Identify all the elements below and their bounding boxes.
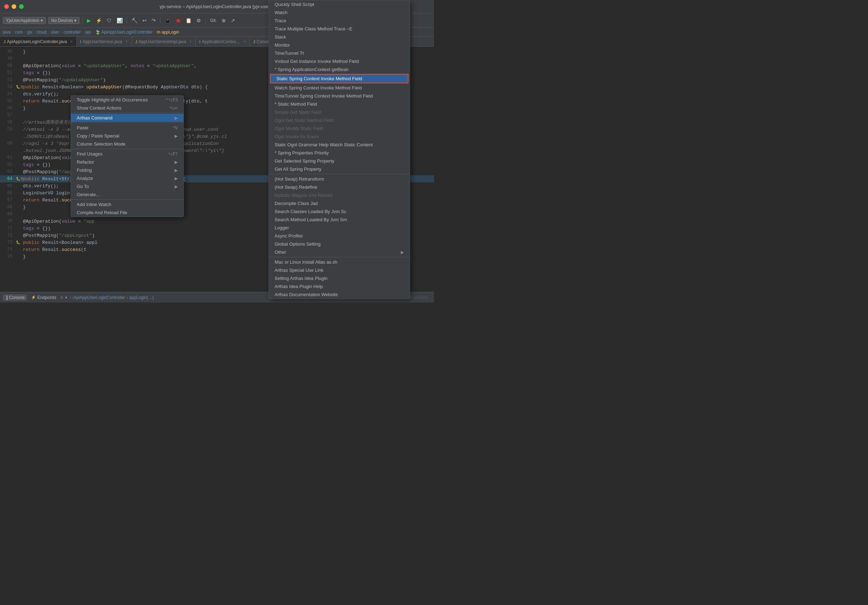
arthas-search-classes[interactable]: Search Classes Loaded By Jvm Sc bbox=[269, 208, 409, 216]
tab-applicationcontext[interactable]: I ApplicationContex… ✕ bbox=[196, 37, 250, 46]
arthas-decompile[interactable]: Decompile Class Jad bbox=[269, 199, 409, 208]
arthas-get-selected-spring[interactable]: Get Selected Spring Property bbox=[269, 157, 409, 165]
arthas-submenu: Quickly Shell Script Watch Trace Trace M… bbox=[268, 0, 410, 299]
breadcrumb-api[interactable]: api bbox=[85, 30, 91, 35]
nav-up-icon[interactable]: ≡ bbox=[60, 295, 63, 300]
arthas-hot-swap-redefine[interactable]: (Hot Swap) Redefine bbox=[269, 183, 409, 191]
toolbar-sep-1 bbox=[82, 17, 83, 24]
tab-appuserservice[interactable]: I AppUserService.java ✕ bbox=[77, 37, 132, 46]
arthas-timetunnel-spring[interactable]: TimeTunnel Spring Context Invoke Method … bbox=[269, 92, 409, 100]
build-icon[interactable]: 🔨 bbox=[130, 17, 139, 24]
ctx-generate[interactable]: Generate... bbox=[71, 191, 183, 199]
arthas-static-spring-context[interactable]: Static Spring Context Invoke Method Fiel… bbox=[270, 74, 409, 84]
analyze-icon[interactable]: 📋 bbox=[184, 17, 193, 24]
breadcrumb-com[interactable]: com bbox=[15, 30, 23, 35]
arthas-doc-website[interactable]: Arthas Documentation Website bbox=[269, 290, 409, 299]
devices-dropdown[interactable]: No Devices ▾ bbox=[48, 17, 79, 24]
arthas-trace[interactable]: Trace bbox=[269, 17, 409, 25]
arthas-search-method[interactable]: Search Method Loaded By Jvm Sm bbox=[269, 216, 409, 224]
arthas-spring-appctx[interactable]: * Spring ApplicationContext getBean bbox=[269, 65, 409, 73]
tab-close-4-icon[interactable]: ✕ bbox=[243, 40, 246, 43]
app-dropdown[interactable]: YjxUserAppliction ▾ bbox=[3, 17, 46, 24]
arthas-other[interactable]: Other ▶ bbox=[269, 248, 409, 256]
arthas-async-profiler[interactable]: Async Profiler bbox=[269, 232, 409, 240]
arthas-stack[interactable]: Stack bbox=[269, 33, 409, 41]
tab-close-icon[interactable]: ✕ bbox=[70, 40, 73, 43]
arthas-hot-swap-retransform[interactable]: (Hot Swap) Retransform bbox=[269, 175, 409, 183]
ctx-compile-reload[interactable]: Compile And Reload File bbox=[71, 208, 183, 217]
arthas-vmtool-get[interactable]: Vmtool Get Instance Invoke Method Field bbox=[269, 57, 409, 65]
endpoints-tab[interactable]: ⚡ Endpoints bbox=[29, 295, 58, 301]
arthas-get-all-label: Get All Spring Property bbox=[274, 166, 321, 172]
tab-close-3-icon[interactable]: ✕ bbox=[189, 40, 192, 43]
ctx-find-usages[interactable]: Find Usages ⌥F7 bbox=[71, 150, 183, 158]
stop-icon[interactable]: ⏹ bbox=[174, 17, 182, 24]
git-push-icon[interactable]: ↗ bbox=[229, 17, 236, 24]
breadcrumb-class[interactable]: 🍃 ApiAppUserLoginController bbox=[95, 30, 153, 35]
arthas-monitor[interactable]: Monitor bbox=[269, 41, 409, 49]
arthas-mybatis-mapper[interactable]: Mybatis Mapper Xml Reload bbox=[269, 191, 409, 199]
ctx-paste[interactable]: Paste ^V bbox=[71, 124, 183, 132]
arthas-static-ognl-grammar[interactable]: Static Ognl Grammar Help Watch Static Co… bbox=[269, 141, 409, 149]
breadcrumb-user[interactable]: user bbox=[51, 30, 59, 35]
ctx-analyze-arrow: ▶ bbox=[175, 176, 178, 181]
nav-down-icon[interactable]: ▾ bbox=[65, 295, 67, 300]
ctx-add-inline-watch[interactable]: Add Inline Watch bbox=[71, 200, 183, 208]
arthas-setting-plugin[interactable]: Setting Arthas Idea Plugin bbox=[269, 274, 409, 282]
breadcrumb-java[interactable]: java bbox=[3, 30, 11, 35]
ctx-goto[interactable]: Go To ▶ bbox=[71, 182, 183, 191]
device-icon[interactable]: 📱 bbox=[163, 17, 172, 24]
arthas-quickly-shell[interactable]: Quickly Shell Script bbox=[269, 0, 409, 8]
console-tab[interactable]: ▐ Console bbox=[3, 295, 27, 301]
ctx-analyze[interactable]: Analyze ▶ bbox=[71, 174, 183, 182]
ctx-copy-paste-special[interactable]: Copy / Paste Special ▶ bbox=[71, 132, 183, 140]
redo-icon[interactable]: ↷ bbox=[150, 17, 157, 24]
arthas-watch-spring-method[interactable]: Watch Spring Context Invoke Method Field bbox=[269, 84, 409, 92]
run-icon[interactable]: ▶ bbox=[85, 17, 92, 24]
tab-close-2-icon[interactable]: ✕ bbox=[125, 40, 128, 43]
ctx-column-selection[interactable]: Column Selection Mode bbox=[71, 140, 183, 148]
arthas-quickly-shell-label: Quickly Shell Script bbox=[274, 2, 314, 7]
coverage-icon[interactable]: 🛡 bbox=[105, 17, 113, 24]
arthas-ognl-enum[interactable]: Ognl Invoke for Enum bbox=[269, 132, 409, 141]
arthas-get-all-spring[interactable]: Get All Spring Property bbox=[269, 165, 409, 173]
breadcrumb-yjx[interactable]: yjx bbox=[27, 30, 33, 35]
breadcrumb-method[interactable]: m appLogin bbox=[157, 30, 179, 35]
ctx-arthas-command[interactable]: Arthas Command ▶ bbox=[71, 114, 183, 122]
tab-applogincontroller[interactable]: J ApiAppUserLoginController.java ✕ bbox=[0, 37, 77, 46]
app-name-label: YjxUserAppliction bbox=[6, 18, 39, 23]
arthas-static-method-field[interactable]: * Static Method Field bbox=[269, 100, 409, 108]
arthas-timetunnel[interactable]: TimeTunnel Tt bbox=[269, 49, 409, 57]
minimize-button[interactable] bbox=[12, 4, 16, 9]
breadcrumb-controller[interactable]: controller bbox=[63, 30, 81, 35]
ctx-toggle-label: Toggle Highlight of All Occurrences bbox=[77, 97, 148, 102]
arthas-global-options[interactable]: Global Options Setting bbox=[269, 240, 409, 248]
arthas-logger[interactable]: Logger bbox=[269, 224, 409, 232]
close-button[interactable] bbox=[4, 4, 9, 9]
maximize-button[interactable] bbox=[19, 4, 24, 9]
arthas-trace-multiple[interactable]: Trace Multiple Class Method Trace –E bbox=[269, 25, 409, 33]
ctx-toggle-highlight[interactable]: Toggle Highlight of All Occurrences ^⌥F3 bbox=[71, 96, 183, 104]
profile-icon[interactable]: 📊 bbox=[115, 17, 124, 24]
ctx-refactor[interactable]: Refactor ▶ bbox=[71, 158, 183, 166]
ctx-folding-label: Folding bbox=[77, 168, 92, 173]
arthas-ognl-enum-label: Ognl Invoke for Enum bbox=[274, 134, 319, 139]
tab-appuserserviceimpl[interactable]: J AppUserServiceImpl.java ✕ bbox=[132, 37, 196, 46]
arthas-idea-help[interactable]: Arthas Idea Plugin Help bbox=[269, 282, 409, 290]
ctx-find-shortcut: ⌥F7 bbox=[168, 152, 178, 157]
arthas-watch[interactable]: Watch bbox=[269, 8, 409, 17]
settings-icon[interactable]: ⚙ bbox=[195, 17, 203, 24]
arthas-special-use[interactable]: Arthas Special Use Link bbox=[269, 266, 409, 274]
ctx-folding[interactable]: Folding ▶ bbox=[71, 166, 183, 174]
git-add-icon[interactable]: ⊕ bbox=[220, 17, 227, 24]
arthas-spring-props-priority[interactable]: * Spring Properties Priority bbox=[269, 149, 409, 157]
arthas-watch-spring-label: Watch Spring Context Invoke Method Field bbox=[274, 85, 362, 90]
arthas-mac-linux-alias[interactable]: Mac or Linux Install Alias as.sh bbox=[269, 258, 409, 266]
arthas-ognl-modify[interactable]: Ognl Modify Static Field bbox=[269, 124, 409, 132]
arthas-ognl-get-static[interactable]: Ognl Get Static Method Field bbox=[269, 116, 409, 124]
debug-icon[interactable]: ⚡ bbox=[95, 17, 103, 24]
ctx-show-context[interactable]: Show Context Actions ⌥↩ bbox=[71, 104, 183, 112]
arthas-simple-get-static[interactable]: Simple Get Static Field bbox=[269, 108, 409, 116]
breadcrumb-cloud[interactable]: cloud bbox=[36, 30, 46, 35]
undo-icon[interactable]: ↩ bbox=[141, 17, 148, 24]
